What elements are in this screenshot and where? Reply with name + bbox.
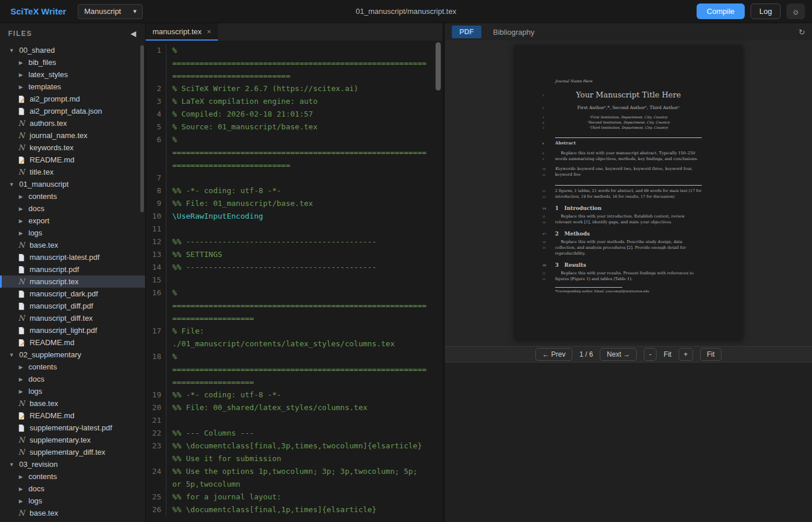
code-area[interactable]: 1% =====================================… xyxy=(146,41,443,522)
tree-item-contents[interactable]: ▶contents xyxy=(0,190,145,202)
tree-item-contents[interactable]: ▶contents xyxy=(0,470,145,483)
code-line[interactable]: 15 xyxy=(146,274,443,287)
tree-item-templates[interactable]: ▶templates xyxy=(0,81,145,93)
code-line[interactable]: 1% =====================================… xyxy=(146,44,443,82)
tree-item-logs[interactable]: ▶logs xyxy=(0,227,145,239)
tree-item-manuscript_diff.pdf[interactable]: manuscript_diff.pdf xyxy=(0,300,145,312)
code-text: %% File: 00_shared/latex_styles/columns.… xyxy=(166,401,443,414)
code-line[interactable]: 23%% \documentclass[final,3p,times,twoco… xyxy=(146,440,443,465)
compile-button[interactable]: Compile xyxy=(697,3,745,19)
zoom-in-button[interactable]: + xyxy=(679,348,693,361)
tree-item-00_shared[interactable]: ▼00_shared xyxy=(0,44,145,56)
code-line[interactable]: 21 xyxy=(146,414,443,427)
tree-item-label: docs xyxy=(28,204,44,213)
tree-item-latex_styles[interactable]: ▶latex_styles xyxy=(0,68,145,81)
folder-closed-icon: ▶ xyxy=(17,60,24,66)
tree-item-supplementary.tex[interactable]: Nsupplementary.tex xyxy=(0,434,145,446)
file-tree: ▼00_shared▶bib_files▶latex_styles▶templa… xyxy=(0,44,145,519)
tree-item-README.md[interactable]: README.md xyxy=(0,154,145,166)
code-line[interactable]: 18% ====================================… xyxy=(146,350,443,389)
tree-item-bib_files[interactable]: ▶bib_files xyxy=(0,56,145,68)
code-line[interactable]: 16% ====================================… xyxy=(146,287,443,325)
tree-item-manuscript_light.pdf[interactable]: manuscript_light.pdf xyxy=(0,324,145,336)
tree-item-label: README.md xyxy=(30,411,74,420)
line-number: 20 xyxy=(146,401,166,414)
document-type-select[interactable]: Manuscript ▾ xyxy=(78,4,143,19)
tree-item-contents[interactable]: ▶contents xyxy=(0,361,145,373)
file-icon xyxy=(17,424,26,432)
tree-item-03_revision[interactable]: ▼03_revision xyxy=(0,458,145,470)
code-line[interactable]: 25%% for a journal layout: xyxy=(146,491,443,503)
code-line[interactable]: 10\UseRawInputEncoding xyxy=(146,210,443,223)
code-line[interactable]: 17% File: ./01_manuscript/contents/latex… xyxy=(146,325,443,350)
code-line[interactable]: 8%% -*- coding: utf-8 -*- xyxy=(146,184,443,197)
tree-item-journal_name.tex[interactable]: Njournal_name.tex xyxy=(0,129,145,142)
sidebar-scrollbar[interactable] xyxy=(140,45,144,212)
folder-open-icon: ▼ xyxy=(8,182,15,187)
tree-item-manuscript_diff.tex[interactable]: Nmanuscript_diff.tex xyxy=(0,312,145,324)
tree-item-manuscript_dark.pdf[interactable]: manuscript_dark.pdf xyxy=(0,288,145,300)
tab-bibliography[interactable]: Bibliography xyxy=(493,28,535,37)
tex-file-icon: N xyxy=(17,131,26,140)
tree-item-01_manuscript[interactable]: ▼01_manuscript xyxy=(0,178,145,190)
tree-item-manuscript.tex[interactable]: Nmanuscript.tex xyxy=(0,276,145,288)
code-line[interactable]: 4% Compiled: 2026-02-18 21:01:57 xyxy=(146,108,443,121)
tree-item-README.md[interactable]: README.md xyxy=(0,336,145,349)
line-number: 19 xyxy=(146,389,166,401)
code-line[interactable]: 6% =====================================… xyxy=(146,133,443,172)
tree-item-label: 03_revision xyxy=(19,460,58,469)
tree-item-README.md[interactable]: README.md xyxy=(0,409,145,422)
tree-item-authors.tex[interactable]: Nauthors.tex xyxy=(0,117,145,129)
tree-item-export[interactable]: ▶export xyxy=(0,215,145,227)
tree-item-base.tex[interactable]: Nbase.tex xyxy=(0,507,145,519)
code-line[interactable]: 2% SciTeX Writer 2.6.7 (https://scitex.a… xyxy=(146,82,443,95)
code-line[interactable]: 26%% \documentclass[final,1p,times]{elsa… xyxy=(146,503,443,516)
tree-item-base.tex[interactable]: Nbase.tex xyxy=(0,239,145,251)
theme-toggle-button[interactable]: ☼ xyxy=(786,3,805,19)
tree-item-title.tex[interactable]: Ntitle.tex xyxy=(0,166,145,178)
code-line[interactable]: 11 xyxy=(146,223,443,235)
code-line[interactable]: 19%% -*- coding: utf-8 -*- xyxy=(146,389,443,401)
code-line[interactable]: 3% LaTeX compilation engine: auto xyxy=(146,95,443,108)
code-line[interactable]: 7 xyxy=(146,172,443,184)
tree-item-docs[interactable]: ▶docs xyxy=(0,202,145,215)
tree-item-supplementary-latest.pdf[interactable]: supplementary-latest.pdf xyxy=(0,422,145,434)
code-line[interactable]: 12%% -----------------------------------… xyxy=(146,235,443,248)
markdown-file-icon xyxy=(17,95,26,103)
tree-item-manuscript.pdf[interactable]: manuscript.pdf xyxy=(0,263,145,276)
tree-item-logs[interactable]: ▶logs xyxy=(0,385,145,397)
tree-item-keywords.tex[interactable]: Nkeywords.tex xyxy=(0,142,145,154)
tree-item-base.tex[interactable]: Nbase.tex xyxy=(0,397,145,409)
tree-item-ai2_prompt_data.json[interactable]: ai2_prompt_data.json xyxy=(0,105,145,117)
fit-button[interactable]: Fit xyxy=(700,348,722,361)
tree-item-docs[interactable]: ▶docs xyxy=(0,483,145,495)
code-text: %% --- Columns --- xyxy=(166,427,443,440)
zoom-out-button[interactable]: - xyxy=(644,348,657,361)
refresh-icon[interactable]: ↻ xyxy=(799,28,805,37)
close-icon[interactable]: × xyxy=(207,27,212,36)
next-page-button[interactable]: Next → xyxy=(600,348,637,361)
tree-item-docs[interactable]: ▶docs xyxy=(0,373,145,385)
editor-scrollbar[interactable] xyxy=(436,42,441,90)
code-line[interactable]: 5% Source: 01_manuscript/base.tex xyxy=(146,121,443,133)
tex-file-icon: N xyxy=(17,399,26,408)
code-line[interactable]: 14%% -----------------------------------… xyxy=(146,261,443,274)
tree-item-manuscript-latest.pdf[interactable]: manuscript-latest.pdf xyxy=(0,251,145,263)
code-line[interactable]: 22%% --- Columns --- xyxy=(146,427,443,440)
sidebar-collapse-icon[interactable]: ◀ xyxy=(130,30,137,38)
tab-pdf[interactable]: PDF xyxy=(452,26,481,38)
code-line[interactable]: 9%% File: 01_manuscript/base.tex xyxy=(146,197,443,210)
tree-item-supplementary_diff.tex[interactable]: Nsupplementary_diff.tex xyxy=(0,446,145,458)
prev-page-button[interactable]: ← Prev xyxy=(535,348,572,361)
code-line[interactable]: 20%% File: 00_shared/latex_styles/column… xyxy=(146,401,443,414)
log-button[interactable]: Log xyxy=(751,3,781,19)
editor-tab-manuscript[interactable]: manuscript.tex × xyxy=(146,23,218,41)
code-line[interactable]: 13%% SETTINGS xyxy=(146,248,443,261)
tree-item-ai2_prompt.md[interactable]: ai2_prompt.md xyxy=(0,93,145,105)
divider-rule xyxy=(555,137,702,138)
code-line[interactable]: 24%% Use the options 1p,twocolumn; 3p; 3… xyxy=(146,465,443,491)
line-number: 4 xyxy=(146,108,166,121)
tree-item-logs[interactable]: ▶logs xyxy=(0,495,145,507)
file-icon xyxy=(17,253,26,262)
tree-item-02_supplementary[interactable]: ▼02_supplementary xyxy=(0,349,145,361)
